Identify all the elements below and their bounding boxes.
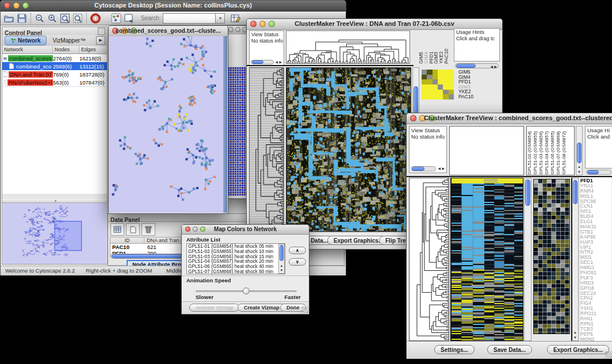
tv1-row-dendrogram[interactable] xyxy=(250,68,284,231)
scroll-down-icon[interactable]: ▼ xyxy=(572,335,578,340)
network-row[interactable]: combined_scores 2764(0) 16218(0) xyxy=(2,54,107,62)
gene-label[interactable]: KAP95 xyxy=(580,234,611,239)
column-label[interactable]: GPL51-02 (GSM855) xyxy=(533,131,538,175)
help-lifesaver-icon[interactable] xyxy=(89,13,102,24)
tab-overflow-button[interactable]: ▶ xyxy=(96,36,105,45)
tv2-attribute-heatmap[interactable] xyxy=(534,179,569,334)
tv2-row-dendrogram[interactable] xyxy=(410,178,449,340)
column-label[interactable]: GPL51-01 (GSM854) xyxy=(527,131,532,175)
column-label[interactable]: GIM5 xyxy=(418,52,423,64)
gene-label[interactable]: MSI1 xyxy=(580,254,611,259)
gene-label[interactable]: RPN1 xyxy=(580,321,611,326)
gene-label[interactable]: YSH1 xyxy=(580,305,611,311)
gene-label[interactable]: PUF3 xyxy=(580,275,611,280)
network-table-header[interactable]: Network Nodes Edges xyxy=(2,46,107,54)
save-icon[interactable] xyxy=(16,13,28,24)
tv1-hints-hscrollbar[interactable]: ◀ ▶ xyxy=(455,63,499,68)
resize-grip[interactable] xyxy=(301,306,308,313)
column-label[interactable]: GPL51-04 (GSM857) xyxy=(544,131,549,175)
search-dropdown-button[interactable]: ▼ xyxy=(216,13,225,24)
select-attributes-icon[interactable] xyxy=(110,223,124,236)
scroll-down-icon[interactable]: ▼ xyxy=(576,170,582,174)
gene-label[interactable]: CPA2 xyxy=(580,295,611,300)
tv2-gene-vscrollbar[interactable]: ▲ ▼ xyxy=(571,178,579,341)
network-view-vscrollbar[interactable] xyxy=(223,36,227,213)
network-row-selected[interactable]: combined_sco 2569(6) 13112(15) xyxy=(2,62,107,70)
column-label[interactable]: PFD1 xyxy=(429,51,433,64)
scroll-down-icon[interactable]: ▼ xyxy=(279,268,284,273)
gene-label[interactable]: YRA1 xyxy=(580,183,611,188)
network-row[interactable]: RNAPuberNov2+l 563(0) 107847(0) xyxy=(2,78,107,86)
move-down-button[interactable]: ∨ xyxy=(289,258,306,266)
gene-label[interactable]: HRD3 xyxy=(580,280,611,285)
gene-label[interactable]: HMG1 xyxy=(580,265,611,270)
column-label[interactable]: GIM3 xyxy=(433,52,438,64)
zoom-in-icon[interactable] xyxy=(46,13,59,24)
zoom-out-icon[interactable] xyxy=(33,13,46,24)
search-input[interactable] xyxy=(163,13,216,24)
gene-label[interactable]: PHO81 xyxy=(580,270,611,275)
gene-label[interactable]: MSL1 xyxy=(580,193,611,198)
tv1-heatmap[interactable] xyxy=(286,68,411,231)
save-data-button[interactable]: Save Data... xyxy=(487,345,532,354)
animate-vizmap-button[interactable]: Animate Vizmap xyxy=(189,304,239,312)
move-up-button[interactable]: ∧ xyxy=(289,247,306,254)
tv2-top-vscrollbar[interactable]: ▲ ▼ xyxy=(576,126,583,175)
attribute-editor-icon[interactable] xyxy=(230,13,242,24)
tv2-status-hscrollbar[interactable] xyxy=(411,166,436,171)
gene-label[interactable]: SEC1 xyxy=(580,259,611,265)
gene-label[interactable]: PAN1 xyxy=(580,316,611,321)
settings-button[interactable]: Settings... xyxy=(434,345,475,354)
gene-label[interactable]: TCB3 xyxy=(580,326,611,331)
dialog-titlebar[interactable]: Map Colors to Network xyxy=(182,225,309,235)
tv2-heatmap-vscrollbar[interactable] xyxy=(524,178,531,341)
annotation-icon[interactable] xyxy=(123,13,135,24)
scroll-left-icon[interactable]: ◀ xyxy=(490,64,493,69)
gene-label[interactable]: NTR2 xyxy=(580,249,611,254)
gene-label[interactable]: VIP1 xyxy=(580,244,611,250)
row-label[interactable]: PAC10 xyxy=(458,94,481,99)
minimize-button[interactable] xyxy=(235,27,240,32)
scroll-up-icon[interactable]: ▲ xyxy=(279,263,284,268)
data-col-id[interactable]: ID xyxy=(110,237,144,243)
overview-canvas[interactable] xyxy=(3,203,106,264)
create-vizmap-button[interactable]: Create Vizmap xyxy=(238,304,286,312)
tv1-mini-heatmap[interactable] xyxy=(422,70,454,99)
gene-label[interactable]: BUD4 xyxy=(580,213,611,219)
main-titlebar[interactable]: Cytoscape Desktop (Session Name: collins… xyxy=(1,1,346,12)
zoom-fit-icon[interactable] xyxy=(59,13,71,24)
scroll-left-icon[interactable]: ◀ xyxy=(275,60,278,64)
gene-label[interactable]: SPC98 xyxy=(580,198,611,204)
close-button[interactable] xyxy=(410,115,416,121)
gene-label[interactable]: CLN1 xyxy=(580,203,611,208)
scroll-up-icon[interactable]: ▲ xyxy=(572,330,578,335)
gene-label[interactable]: ELG1 xyxy=(580,219,611,224)
attribute-item[interactable]: GPL51-07 (GSM868) heat shock 60 min xyxy=(188,269,285,274)
gene-label[interactable]: NIS1 xyxy=(580,208,611,213)
gene-label[interactable]: SEC24 xyxy=(580,290,611,296)
close-button[interactable] xyxy=(228,27,234,32)
tab-network[interactable]: Network xyxy=(5,36,47,45)
tv1-status-hscrollbar[interactable] xyxy=(251,60,274,64)
resize-grip[interactable] xyxy=(605,351,612,358)
gene-label[interactable]: MON2 xyxy=(580,336,611,341)
gene-label[interactable]: RNR4 xyxy=(580,188,611,193)
attribute-list-vscrollbar[interactable]: ▲ ▼ xyxy=(278,244,285,274)
export-graphics-button[interactable]: Export Graphics... xyxy=(547,345,609,354)
panel-divider[interactable] xyxy=(2,199,107,203)
open-file-icon[interactable] xyxy=(3,13,16,24)
gene-label[interactable]: GPI16 xyxy=(580,285,611,290)
network-overview-panel[interactable] xyxy=(3,203,106,264)
float-panel-icon[interactable] xyxy=(98,28,105,35)
gene-label[interactable]: PFD1 xyxy=(580,178,611,183)
column-label[interactable]: GPL51-08 (GSM872) xyxy=(561,131,567,175)
zoom-selected-icon[interactable] xyxy=(71,13,84,24)
gene-label[interactable]: FIG4 xyxy=(580,300,611,305)
tv1-column-dendrogram[interactable] xyxy=(286,31,410,63)
tv1-row-dendrogram-strip[interactable] xyxy=(249,67,284,232)
col-edges[interactable]: Edges xyxy=(79,46,107,53)
vizmapper-icon[interactable] xyxy=(110,13,123,24)
tab-vizmapper[interactable]: VizMapper™ xyxy=(52,37,86,44)
scroll-right-icon[interactable]: ▶ xyxy=(442,166,445,171)
column-label[interactable]: PAC10 xyxy=(443,49,448,64)
